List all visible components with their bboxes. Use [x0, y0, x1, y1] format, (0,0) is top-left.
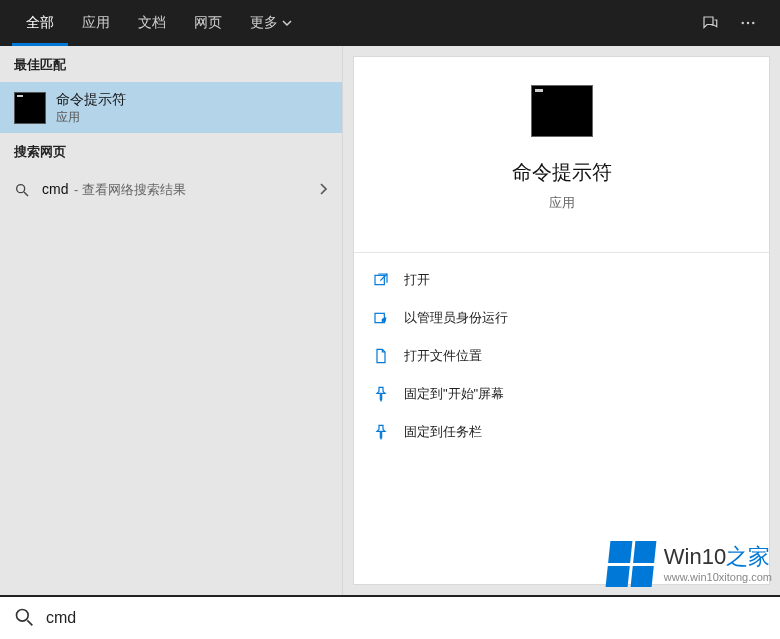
actions-list: 打开 以管理员身份运行 打开文件位置 [354, 252, 769, 451]
tab-more[interactable]: 更多 [236, 0, 306, 46]
detail-subtitle: 应用 [549, 194, 575, 212]
tab-docs[interactable]: 文档 [124, 0, 180, 46]
chevron-down-icon [282, 15, 292, 31]
web-search-suffix: - 查看网络搜索结果 [70, 182, 186, 197]
watermark-title: Win10之家 [664, 544, 772, 570]
tab-all[interactable]: 全部 [12, 0, 68, 46]
svg-line-8 [27, 620, 32, 625]
watermark: Win10之家 www.win10xitong.com [608, 541, 772, 587]
action-pin-taskbar-label: 固定到任务栏 [404, 423, 482, 441]
web-search-query: cmd [42, 181, 68, 197]
pin-taskbar-icon [372, 423, 390, 441]
detail-panel-wrap: 命令提示符 应用 打开 以管理员身份运行 [343, 46, 780, 595]
svg-point-2 [752, 22, 754, 24]
tab-more-label: 更多 [250, 14, 278, 32]
action-pin-start-label: 固定到"开始"屏幕 [404, 385, 504, 403]
more-options-icon[interactable] [736, 11, 760, 35]
result-title: 命令提示符 [56, 90, 126, 109]
svg-rect-5 [375, 275, 384, 284]
search-bar-icon [14, 607, 34, 630]
svg-point-7 [17, 609, 29, 621]
detail-card: 命令提示符 应用 打开 以管理员身份运行 [353, 56, 770, 585]
action-run-admin[interactable]: 以管理员身份运行 [372, 299, 751, 337]
tabs-bar: 全部 应用 文档 网页 更多 [0, 0, 780, 46]
cmd-icon [14, 92, 46, 124]
detail-title: 命令提示符 [512, 159, 612, 186]
svg-line-4 [24, 192, 28, 196]
search-input[interactable] [46, 609, 766, 627]
svg-point-0 [742, 22, 744, 24]
action-file-location-label: 打开文件位置 [404, 347, 482, 365]
chevron-right-icon [318, 182, 328, 198]
windows-logo-icon [605, 541, 656, 587]
pin-start-icon [372, 385, 390, 403]
feedback-icon[interactable] [698, 11, 722, 35]
best-match-result[interactable]: 命令提示符 应用 [0, 82, 342, 133]
search-bar [0, 595, 780, 639]
best-match-header: 最佳匹配 [0, 46, 342, 82]
web-search-header: 搜索网页 [0, 133, 342, 169]
run-admin-icon [372, 309, 390, 327]
action-run-admin-label: 以管理员身份运行 [404, 309, 508, 327]
action-open-label: 打开 [404, 271, 430, 289]
svg-point-1 [747, 22, 749, 24]
search-icon [14, 182, 30, 198]
action-pin-taskbar[interactable]: 固定到任务栏 [372, 413, 751, 451]
action-pin-start[interactable]: 固定到"开始"屏幕 [372, 375, 751, 413]
file-location-icon [372, 347, 390, 365]
tab-apps[interactable]: 应用 [68, 0, 124, 46]
result-subtitle: 应用 [56, 109, 126, 125]
action-open[interactable]: 打开 [372, 261, 751, 299]
detail-app-icon [531, 85, 593, 137]
watermark-url: www.win10xitong.com [664, 571, 772, 584]
body-area: 最佳匹配 命令提示符 应用 搜索网页 cmd - 查看网络搜索结果 [0, 46, 780, 595]
open-icon [372, 271, 390, 289]
action-file-location[interactable]: 打开文件位置 [372, 337, 751, 375]
web-search-row[interactable]: cmd - 查看网络搜索结果 [0, 169, 342, 211]
results-panel: 最佳匹配 命令提示符 应用 搜索网页 cmd - 查看网络搜索结果 [0, 46, 343, 595]
svg-point-3 [17, 185, 25, 193]
tab-web[interactable]: 网页 [180, 0, 236, 46]
